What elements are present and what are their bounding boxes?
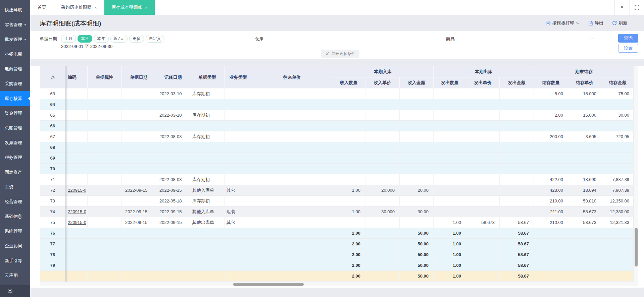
table-row[interactable]: 78 2.00 50.00 1.00 58.67 — [40, 249, 634, 260]
cell-doc-date — [122, 271, 156, 282]
table-row[interactable]: 75 220915-0 2022-09-15 2022-09-15 其他出库单 … — [40, 217, 634, 228]
header-doc-type[interactable]: 单据类型 — [190, 66, 225, 88]
tab-item[interactable]: 首页 — [30, 0, 54, 15]
sidebar-item[interactable]: 固定资产 ▼ — [0, 165, 30, 180]
header-doc-attr[interactable]: 单据属性 — [88, 66, 122, 88]
cell-in-price — [365, 110, 400, 121]
cell-in-qty — [332, 88, 365, 99]
print-by-template-button[interactable]: 按模板打印 — [546, 20, 580, 26]
cell-out-qty: 1.00 — [434, 217, 466, 228]
sidebar-item[interactable]: 采购管理 ▼ — [0, 76, 30, 91]
document-code-link[interactable]: 220915-0 — [68, 209, 86, 214]
table-row[interactable]: 74 220915-0 2022-09-15 2022-09-15 其他入库单 … — [40, 206, 634, 217]
vertical-scrollbar[interactable] — [633, 66, 638, 282]
table-row[interactable]: 66 — [40, 121, 634, 131]
table-row[interactable]: 2.00 50.00 1.00 58.67 — [40, 271, 634, 282]
product-more-icon[interactable]: ··· — [590, 36, 595, 41]
sidebar: 快捷导航 ▼ 零售管理 ▼ 批发管理 ▼ 小畅电商 ▼ 电商管理 ▼ 采购管理 … — [0, 0, 30, 297]
header-biz-type[interactable]: 业务类型 — [225, 66, 252, 88]
header-bal-amount[interactable]: 结存金额 — [601, 77, 634, 88]
refresh-button[interactable]: 刷新 — [612, 20, 627, 26]
cell-in-qty — [332, 99, 365, 110]
expand-more-conditions-button[interactable]: 展开更多条件 — [321, 50, 359, 58]
sidebar-item[interactable]: 批发管理 ▼ — [0, 32, 30, 47]
table-row[interactable]: 69 — [40, 153, 634, 164]
date-chip[interactable]: 更多 — [129, 35, 144, 43]
sidebar-item[interactable]: 小畅电商 ▼ — [0, 47, 30, 62]
table-row[interactable]: 65 2022-03-10 库存期初 2.00 15.000 30.00 — [40, 110, 634, 121]
tab-item[interactable]: 库存成本明细账 × — [104, 0, 155, 15]
header-in-qty[interactable]: 收入数量 — [332, 77, 365, 88]
table-row[interactable]: 70 — [40, 164, 634, 174]
horizontal-scrollbar-thumb[interactable] — [233, 283, 304, 286]
sidebar-item[interactable]: 经营管理 ▼ — [0, 194, 30, 209]
sidebar-item[interactable]: 工资 ▼ — [0, 180, 30, 194]
cell-doc-date — [122, 131, 156, 142]
sidebar-item[interactable]: 发票管理 ▼ — [0, 135, 30, 150]
sidebar-item[interactable]: 电商管理 ▼ — [0, 62, 30, 76]
export-button[interactable]: 导出 — [588, 20, 603, 26]
table-row[interactable]: 67 2022-08-08 库存期初 200.00 3.605 720.95 — [40, 131, 634, 142]
header-in-price[interactable]: 收入单价 — [365, 77, 400, 88]
cell-biz-type — [225, 88, 252, 99]
date-chip[interactable]: 自定义 — [146, 35, 164, 43]
sidebar-item[interactable]: 企业协同 ▼ — [0, 239, 30, 253]
sidebar-item[interactable]: 库存核算 ▼ — [0, 91, 30, 106]
close-window-button[interactable]: × — [614, 0, 629, 15]
column-settings-header[interactable] — [40, 66, 66, 88]
product-input[interactable] — [457, 45, 606, 45]
cell-code — [66, 164, 88, 174]
tab-item[interactable]: 采购历史价跟踪 × — [54, 0, 104, 15]
date-chip[interactable]: 上月 — [61, 35, 76, 43]
gear-icon[interactable] — [7, 289, 13, 294]
table-row[interactable]: 79 2.00 50.00 1.00 58.67 — [40, 260, 634, 271]
header-out-amount[interactable]: 发出金额 — [500, 77, 534, 88]
horizontal-scrollbar[interactable] — [40, 282, 638, 286]
cell-doc-date: 2022-09-15 — [122, 217, 156, 228]
warehouse-input[interactable] — [265, 45, 418, 45]
header-bal-qty[interactable]: 结存数量 — [534, 77, 568, 88]
sidebar-item[interactable]: 总账管理 ▼ — [0, 121, 30, 135]
table-row[interactable]: 73 2022-05-18 库存期初 210.00 58.810 12,350.… — [40, 196, 634, 206]
sidebar-item-label: 税务管理 — [5, 155, 22, 161]
header-code[interactable]: 编码 — [66, 66, 88, 88]
sidebar-item[interactable]: 零售管理 ▼ — [0, 17, 30, 32]
header-acct-date[interactable]: 记账日期 — [156, 66, 190, 88]
settings-button[interactable]: 设置 — [618, 44, 638, 53]
cell-partner — [252, 88, 332, 99]
header-out-price[interactable]: 发出单价 — [466, 77, 500, 88]
fullscreen-button[interactable] — [629, 0, 644, 15]
header-bal-price[interactable]: 结存单价 — [568, 77, 601, 88]
query-button[interactable]: 查询 — [618, 34, 638, 43]
header-out-qty[interactable]: 发出数量 — [434, 77, 466, 88]
date-chip[interactable]: 本月 — [78, 35, 92, 43]
table-row[interactable]: 64 — [40, 99, 634, 110]
cell-out-amount — [500, 206, 534, 217]
table-row[interactable]: 77 2.00 50.00 1.00 58.67 — [40, 239, 634, 249]
header-partner[interactable]: 往来单位 — [252, 66, 332, 88]
sidebar-item[interactable]: 税务管理 ▼ — [0, 150, 30, 165]
table-row[interactable]: 76 2.00 50.00 1.00 58.67 — [40, 228, 634, 239]
header-doc-date[interactable]: 单据日期 — [122, 66, 156, 88]
table-row[interactable]: 72 220915-0 2022-09-15 2022-09-15 其他入库单 … — [40, 185, 634, 196]
sidebar-item[interactable]: 基础信息 ▼ — [0, 209, 30, 224]
date-chip[interactable]: 近7天 — [110, 35, 128, 43]
date-chip[interactable]: 本年 — [94, 35, 109, 43]
tab-close-icon[interactable]: × — [145, 5, 148, 10]
sidebar-item-label: 批发管理 — [5, 37, 22, 43]
table-row[interactable]: 68 — [40, 142, 634, 153]
sidebar-item[interactable]: 资金管理 ▼ — [0, 106, 30, 121]
header-in-amount[interactable]: 收入金额 — [400, 77, 434, 88]
sidebar-item[interactable]: 快捷导航 ▼ — [0, 3, 30, 17]
sidebar-item[interactable]: 云应用 ▼ — [0, 268, 30, 283]
tab-close-icon[interactable]: × — [94, 5, 97, 10]
table-row[interactable]: 63 2022-03-10 库存期初 5.00 15.000 75.00 — [40, 88, 634, 99]
warehouse-more-icon[interactable]: ··· — [402, 36, 408, 41]
cell-bal-qty: 210.00 — [534, 196, 568, 206]
table-row[interactable]: 71 2022-08-03 库存期初 422.00 18.690 7,887.3… — [40, 174, 634, 185]
document-code-link[interactable]: 220915-0 — [68, 188, 86, 193]
sidebar-item[interactable]: 新手引导 ▼ — [0, 253, 30, 268]
sidebar-item[interactable]: 系统管理 ▼ — [0, 224, 30, 239]
document-code-link[interactable]: 220915-0 — [68, 220, 86, 225]
vertical-scrollbar-thumb[interactable] — [635, 228, 638, 266]
